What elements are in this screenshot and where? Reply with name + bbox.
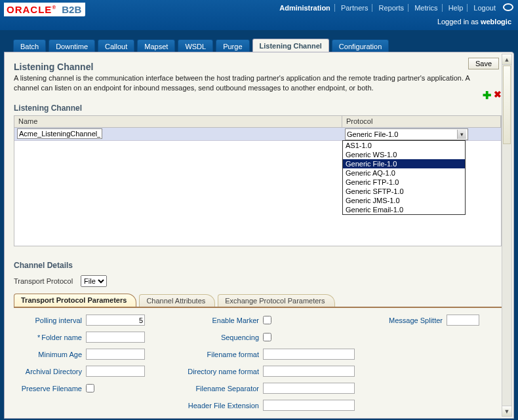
save-button[interactable]: Save — [468, 58, 499, 69]
scroll-down-arrow[interactable]: ▼ — [502, 406, 511, 416]
tab-callout[interactable]: Callout — [98, 39, 134, 52]
app-header: ORACLE® B2B Administration Partners Repo… — [0, 0, 518, 30]
sequencing-label[interactable]: Sequencing — [171, 334, 263, 341]
nav-metrics[interactable]: Metrics — [410, 4, 442, 12]
col-header-protocol: Protocol — [342, 116, 501, 127]
protocol-select[interactable]: Generic File-1.0 — [345, 128, 468, 140]
enable-marker-label[interactable]: Enable Marker — [171, 316, 263, 324]
protocol-option[interactable]: Generic SFTP-1.0 — [343, 187, 465, 196]
transport-params-form: Polling interval *Folder name Minimum Ag… — [14, 313, 502, 413]
vertical-scrollbar[interactable]: ▲ ▼ — [502, 54, 512, 417]
filename-separator-input[interactable] — [263, 383, 355, 394]
top-nav: Administration Partners Reports Metrics … — [275, 4, 500, 12]
enable-marker-checkbox[interactable] — [263, 316, 271, 324]
subtab-transport-params[interactable]: Transport Protocol Parameters — [14, 294, 136, 307]
content-panel: Save ▲ ▼ Listening Channel A listening c… — [4, 52, 514, 419]
header-file-extension-input[interactable] — [263, 400, 355, 411]
nav-help[interactable]: Help — [445, 4, 468, 12]
oracle-o-icon — [502, 3, 514, 12]
subtab-channel-attrs[interactable]: Channel Attributes — [139, 294, 215, 307]
sequencing-checkbox[interactable] — [263, 333, 271, 341]
page-description: A listening channel is the communication… — [14, 73, 486, 93]
tab-wsdl[interactable]: WSDL — [178, 39, 213, 52]
protocol-option[interactable]: AS1-1.0 — [343, 141, 465, 150]
minimum-age-label[interactable]: Minimum Age — [14, 351, 86, 358]
scroll-thumb[interactable] — [503, 66, 511, 144]
polling-interval-label[interactable]: Polling interval — [14, 316, 86, 324]
tab-purge[interactable]: Purge — [216, 39, 249, 52]
message-splitter-input[interactable] — [447, 315, 479, 326]
dropdown-arrow-icon[interactable] — [457, 130, 466, 139]
tab-listening-channel[interactable]: Listening Channel — [252, 39, 329, 52]
nav-administration[interactable]: Administration — [275, 4, 335, 12]
product-name: B2B — [62, 4, 81, 15]
directory-name-format-input[interactable] — [263, 366, 355, 377]
transport-protocol-select[interactable]: File — [81, 275, 107, 287]
protocol-option[interactable]: Generic Email-1.0 — [343, 205, 465, 214]
table-row[interactable]: Generic File-1.0 AS1-1.0 Generic WS-1.0 … — [14, 128, 501, 141]
directory-name-format-label[interactable]: Directory name format — [171, 368, 263, 375]
message-splitter-label[interactable]: Message Splitter — [368, 316, 447, 324]
preserve-filename-checkbox[interactable] — [86, 384, 94, 392]
tab-mapset[interactable]: Mapset — [137, 39, 175, 52]
protocol-option[interactable]: Generic FTP-1.0 — [343, 178, 465, 187]
filename-format-input[interactable] — [263, 349, 355, 360]
delete-channel-icon[interactable]: ✖ — [494, 89, 502, 102]
transport-protocol-label: Transport Protocol — [14, 277, 77, 285]
nav-partners[interactable]: Partners — [337, 4, 373, 12]
channel-name-input[interactable] — [17, 128, 102, 139]
protocol-selected-value: Generic File-1.0 — [347, 130, 398, 138]
subtab-exchange-params[interactable]: Exchange Protocol Parameters — [218, 294, 334, 307]
protocol-dropdown: AS1-1.0 Generic WS-1.0 Generic File-1.0 … — [342, 140, 466, 215]
add-channel-icon[interactable]: ✚ — [483, 89, 491, 102]
tab-batch[interactable]: Batch — [13, 39, 46, 52]
archival-directory-input[interactable] — [86, 366, 145, 377]
table-header-row: Name Protocol — [14, 116, 501, 128]
detail-subtabs: Transport Protocol Parameters Channel At… — [14, 294, 502, 308]
listening-channel-heading: Listening Channel — [14, 104, 502, 113]
nav-logout[interactable]: Logout — [469, 4, 500, 12]
admin-tabs: Batch Downtime Callout Mapset WSDL Purge… — [13, 38, 514, 52]
tab-downtime[interactable]: Downtime — [49, 39, 95, 52]
header-file-extension-label[interactable]: Header File Extension — [171, 402, 263, 410]
channel-details-heading: Channel Details — [14, 261, 502, 270]
filename-format-label[interactable]: Filename format — [171, 351, 263, 358]
page-title: Listening Channel — [14, 62, 502, 72]
protocol-option[interactable]: Generic File-1.0 — [343, 159, 465, 168]
col-header-name: Name — [14, 116, 342, 127]
protocol-option[interactable]: Generic JMS-1.0 — [343, 196, 465, 205]
workspace: Batch Downtime Callout Mapset WSDL Purge… — [0, 30, 518, 420]
folder-name-input[interactable] — [86, 332, 145, 343]
protocol-option[interactable]: Generic WS-1.0 — [343, 150, 465, 159]
filename-separator-label[interactable]: Filename Separator — [171, 385, 263, 392]
nav-reports[interactable]: Reports — [375, 4, 409, 12]
oracle-wordmark: ORACLE® — [7, 4, 56, 15]
folder-name-label[interactable]: *Folder name — [14, 334, 86, 341]
preserve-filename-label[interactable]: Preserve Filename — [14, 385, 86, 392]
login-status: Logged in as weblogic — [437, 18, 511, 26]
brand-logo: ORACLE® B2B — [4, 3, 85, 16]
svg-point-0 — [504, 4, 513, 10]
minimum-age-input[interactable] — [86, 349, 145, 360]
scroll-up-arrow[interactable]: ▲ — [502, 54, 511, 65]
archival-directory-label[interactable]: Archival Directory — [14, 368, 86, 375]
polling-interval-input[interactable] — [86, 315, 145, 326]
tab-configuration[interactable]: Configuration — [332, 39, 389, 52]
listening-channel-table: Name Protocol Generic File-1.0 — [14, 115, 502, 246]
protocol-option[interactable]: Generic AQ-1.0 — [343, 168, 465, 178]
